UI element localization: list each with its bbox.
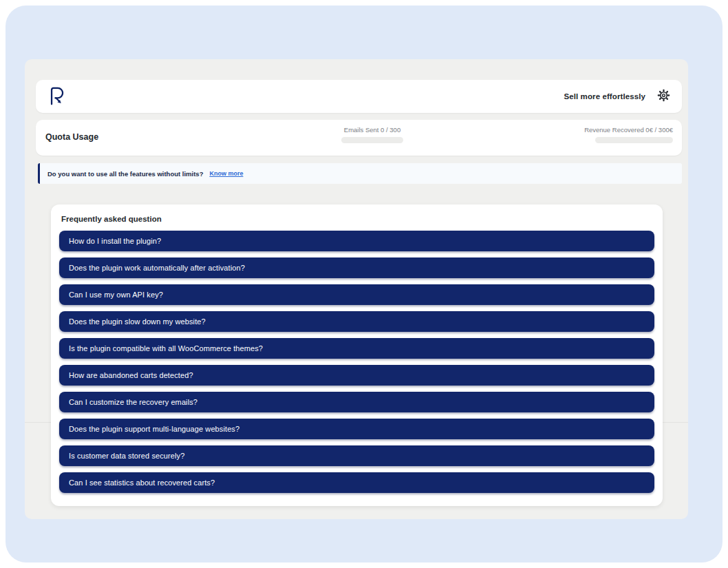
faq-question-cart-detection[interactable]: How are abandoned carts detected? xyxy=(59,365,654,386)
page-background: Sell more effortlessly xyxy=(6,6,722,562)
quota-usage-panel: Quota Usage Emails Sent 0 / 300 Revenue … xyxy=(36,120,682,156)
faq-question-multilanguage[interactable]: Does the plugin support multi-language w… xyxy=(59,419,654,439)
quota-usage-title: Quota Usage xyxy=(45,132,98,142)
know-more-link[interactable]: Know more xyxy=(209,170,243,177)
faq-question-data-security[interactable]: Is customer data stored securely? xyxy=(59,445,654,466)
emails-quota: Emails Sent 0 / 300 xyxy=(341,126,403,143)
faq-question-slow-website[interactable]: Does the plugin slow down my website? xyxy=(59,311,654,332)
gear-icon xyxy=(656,88,671,105)
faq-title: Frequently asked question xyxy=(61,215,654,223)
emails-quota-label: Emails Sent 0 / 300 xyxy=(344,126,400,134)
page: Sell more effortlessly xyxy=(0,0,728,568)
header-right: Sell more effortlessly xyxy=(564,88,671,105)
faq-question-automatic[interactable]: Does the plugin work automatically after… xyxy=(59,257,654,278)
emails-progress-bar xyxy=(341,137,403,143)
main-panel: Sell more effortlessly xyxy=(25,59,688,519)
settings-button[interactable] xyxy=(656,88,671,105)
faq-question-install[interactable]: How do I install the plugin? xyxy=(59,231,654,251)
faq-list: How do I install the plugin? Does the pl… xyxy=(59,231,654,493)
revenue-progress-bar xyxy=(595,137,673,143)
upgrade-notice-text: Do you want to use all the features with… xyxy=(47,170,203,178)
faq-question-compatibility[interactable]: Is the plugin compatible with all WooCom… xyxy=(59,338,654,359)
revenue-quota: Revenue Recovered 0€ / 300€ xyxy=(595,126,673,143)
logo-r-arrow-icon xyxy=(47,84,67,109)
faq-question-customize-emails[interactable]: Can I customize the recovery emails? xyxy=(59,392,654,412)
upgrade-notice: Do you want to use all the features with… xyxy=(38,163,682,184)
faq-panel: Frequently asked question How do I insta… xyxy=(51,204,663,506)
faq-question-api-key[interactable]: Can I use my own API key? xyxy=(59,284,654,305)
revenue-quota-label: Revenue Recovered 0€ / 300€ xyxy=(584,126,673,134)
header-bar: Sell more effortlessly xyxy=(36,80,682,113)
plugin-logo xyxy=(47,84,67,109)
header-tagline: Sell more effortlessly xyxy=(564,92,645,101)
faq-question-statistics[interactable]: Can I see statistics about recovered car… xyxy=(59,472,654,493)
